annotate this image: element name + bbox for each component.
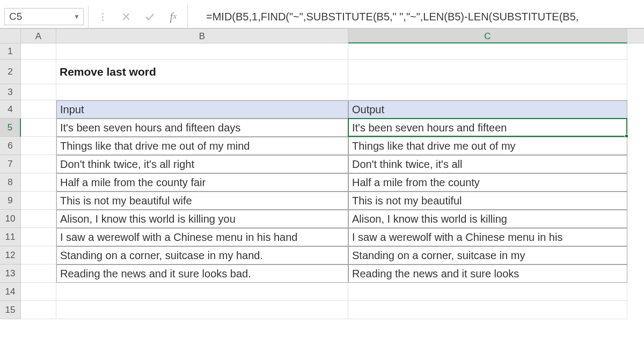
row-2: Remove last word (21, 60, 644, 84)
row-15 (21, 301, 644, 319)
row-4: Input Output (21, 100, 644, 119)
cell-A5[interactable] (21, 119, 56, 137)
row-8: Half a mile from the county fair Half a … (21, 173, 644, 192)
row-14 (21, 283, 644, 301)
row-header-12[interactable]: 12 (0, 246, 21, 264)
row-header-15[interactable]: 15 (0, 301, 21, 319)
cell-A6[interactable] (21, 137, 56, 155)
cell-C15[interactable] (348, 301, 627, 319)
row-12: Standing on a corner, suitcase in my han… (21, 246, 644, 264)
enter-icon[interactable] (144, 11, 155, 22)
cell-A8[interactable] (21, 173, 56, 192)
spreadsheet-grid: A B C 1 2 3 4 5 6 7 8 9 10 11 12 13 14 1… (0, 29, 644, 338)
cell-B15[interactable] (56, 301, 348, 319)
cell-C12[interactable]: Standing on a corner, suitcase in my (348, 246, 627, 264)
row-13: Reading the news and it sure looks bad. … (21, 264, 644, 283)
col-header-A[interactable]: A (21, 29, 56, 43)
cell-A15[interactable] (21, 301, 56, 319)
name-box-value: C5 (9, 11, 22, 23)
cell-C10[interactable]: Alison, I know this world is killing (348, 210, 627, 228)
cell-B14[interactable] (56, 283, 348, 301)
row-header-3[interactable]: 3 (0, 84, 21, 100)
formula-bar-row: C5 ▼ fx =MID(B5,1,FIND("~",SUBSTITUTE(B5… (0, 0, 644, 29)
cell-B11[interactable]: I saw a werewolf with a Chinese menu in … (56, 228, 348, 246)
cell-C2[interactable] (348, 60, 627, 84)
cell-A4[interactable] (21, 100, 56, 119)
cell-A11[interactable] (21, 228, 56, 246)
formula-bar-input[interactable]: =MID(B5,1,FIND("~",SUBSTITUTE(B5," ","~"… (192, 5, 644, 28)
cell-A14[interactable] (21, 283, 56, 301)
cell-C8[interactable]: Half a mile from the county (348, 173, 627, 192)
row-header-4[interactable]: 4 (0, 100, 21, 119)
row-header-8[interactable]: 8 (0, 173, 21, 192)
cells-area[interactable]: Remove last word Input Output It's been … (21, 43, 644, 319)
cell-A3[interactable] (21, 84, 56, 100)
cell-B4[interactable]: Input (56, 100, 348, 119)
more-icon[interactable] (97, 11, 108, 22)
cell-A10[interactable] (21, 210, 56, 228)
cell-C7[interactable]: Don't think twice, it's all (348, 155, 627, 173)
row-header-5[interactable]: 5 (0, 119, 21, 137)
cell-C14[interactable] (348, 283, 627, 301)
cell-B1[interactable] (56, 43, 348, 60)
divider (187, 5, 188, 28)
column-headers: A B C (21, 29, 644, 43)
row-header-13[interactable]: 13 (0, 264, 21, 283)
cell-B6[interactable]: Things like that drive me out of my mind (56, 137, 348, 155)
select-all-corner[interactable] (0, 29, 21, 43)
cell-B2[interactable]: Remove last word (56, 60, 348, 84)
row-headers: 1 2 3 4 5 6 7 8 9 10 11 12 13 14 15 (0, 43, 21, 319)
col-header-C[interactable]: C (348, 29, 627, 43)
cell-B9[interactable]: This is not my beautiful wife (56, 192, 348, 210)
row-1 (21, 43, 644, 60)
cancel-icon[interactable] (121, 11, 131, 22)
cell-C13[interactable]: Reading the news and it sure looks (348, 264, 627, 283)
row-header-9[interactable]: 9 (0, 192, 21, 210)
name-box[interactable]: C5 ▼ (4, 8, 84, 25)
cell-C5[interactable]: It's been seven hours and fifteen (348, 119, 627, 137)
divider (88, 5, 89, 28)
cell-A9[interactable] (21, 192, 56, 210)
cell-C1[interactable] (348, 43, 627, 60)
row-9: This is not my beautiful wife This is no… (21, 192, 644, 210)
formula-bar-buttons: fx (93, 5, 183, 28)
cell-A7[interactable] (21, 155, 56, 173)
row-header-10[interactable]: 10 (0, 210, 21, 228)
cell-B3[interactable] (56, 84, 348, 100)
cell-C11[interactable]: I saw a werewolf with a Chinese menu in … (348, 228, 627, 246)
col-header-B[interactable]: B (56, 29, 348, 43)
cell-C6[interactable]: Things like that drive me out of my (348, 137, 627, 155)
row-header-14[interactable]: 14 (0, 283, 21, 301)
cell-B10[interactable]: Alison, I know this world is killing you (56, 210, 348, 228)
row-7: Don't think twice, it's all right Don't … (21, 155, 644, 173)
cell-C4[interactable]: Output (348, 100, 627, 119)
row-11: I saw a werewolf with a Chinese menu in … (21, 228, 644, 246)
cell-B12[interactable]: Standing on a corner, suitcase in my han… (56, 246, 348, 264)
cell-A1[interactable] (21, 43, 56, 60)
cell-B5[interactable]: It's been seven hours and fifteen days (56, 119, 348, 137)
cell-A2[interactable] (21, 60, 56, 84)
row-3 (21, 84, 644, 100)
cell-B13[interactable]: Reading the news and it sure looks bad. (56, 264, 348, 283)
cell-C9[interactable]: This is not my beautiful (348, 192, 627, 210)
fx-icon[interactable]: fx (168, 11, 179, 22)
row-header-2[interactable]: 2 (0, 60, 21, 84)
row-header-1[interactable]: 1 (0, 43, 21, 60)
row-header-7[interactable]: 7 (0, 155, 21, 173)
name-box-wrap: C5 ▼ (0, 5, 84, 28)
row-header-11[interactable]: 11 (0, 228, 21, 246)
row-header-6[interactable]: 6 (0, 137, 21, 155)
cell-B7[interactable]: Don't think twice, it's all right (56, 155, 348, 173)
cell-C3[interactable] (348, 84, 627, 100)
name-box-dropdown-icon[interactable]: ▼ (74, 13, 80, 20)
row-6: Things like that drive me out of my mind… (21, 137, 644, 155)
cell-A13[interactable] (21, 264, 56, 283)
row-5: It's been seven hours and fifteen days I… (21, 119, 644, 137)
cell-A12[interactable] (21, 246, 56, 264)
cell-B8[interactable]: Half a mile from the county fair (56, 173, 348, 192)
row-10: Alison, I know this world is killing you… (21, 210, 644, 228)
